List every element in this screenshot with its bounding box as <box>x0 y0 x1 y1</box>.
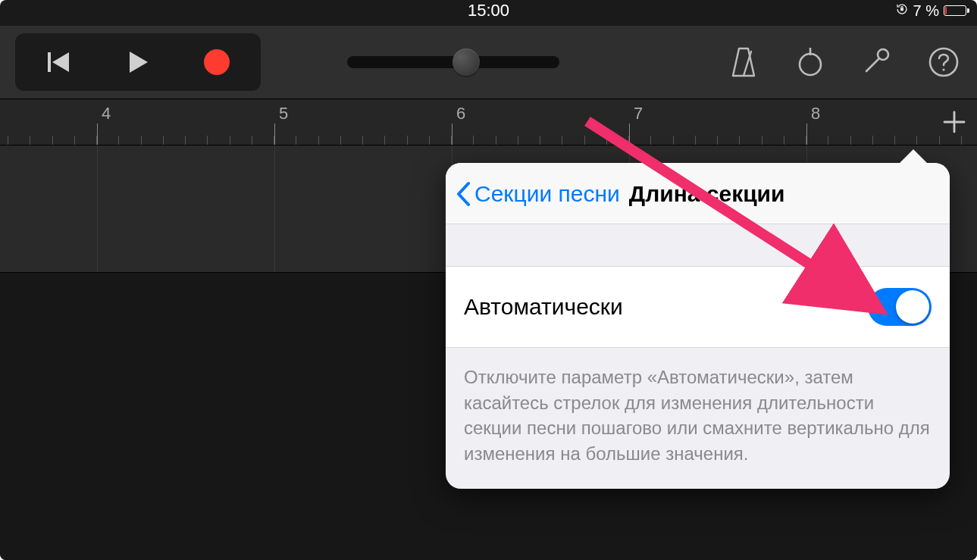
svg-marker-2 <box>52 52 69 72</box>
auto-toggle[interactable] <box>868 288 932 326</box>
add-section-button[interactable] <box>936 104 972 140</box>
loop-button[interactable] <box>792 44 828 80</box>
popover-hint: Отключите параметр «Автоматически», зате… <box>446 348 950 489</box>
rewind-button[interactable] <box>20 38 99 86</box>
settings-button[interactable] <box>859 44 895 80</box>
timeline-ruler[interactable]: 45678 <box>0 99 977 145</box>
toggle-knob <box>896 290 929 324</box>
toolbar <box>0 26 977 99</box>
auto-label: Автоматически <box>464 294 623 320</box>
app-window: 15:00 7 % <box>0 0 977 560</box>
back-button[interactable]: Секции песни <box>455 181 620 207</box>
record-icon <box>204 49 230 75</box>
svg-point-8 <box>930 48 957 76</box>
popover-title: Длина секции <box>629 181 785 207</box>
svg-point-9 <box>942 68 944 70</box>
scrub-slider[interactable] <box>347 56 559 68</box>
popover-header: Секции песни Длина секции <box>446 163 950 224</box>
record-button[interactable] <box>177 38 256 86</box>
battery-percentage: 7 % <box>913 2 939 20</box>
ruler-number: 7 <box>634 104 643 124</box>
svg-point-5 <box>800 54 821 75</box>
back-label: Секции песни <box>474 181 620 207</box>
ruler-number: 5 <box>279 104 288 124</box>
section-length-popover: Секции песни Длина секции Автоматически … <box>446 163 950 489</box>
metronome-button[interactable] <box>725 44 762 80</box>
status-time: 15:00 <box>329 1 647 20</box>
ruler-number: 8 <box>811 104 820 124</box>
svg-rect-1 <box>48 52 51 72</box>
auto-row: Автоматически <box>446 267 950 348</box>
svg-marker-3 <box>130 52 148 73</box>
orientation-lock-icon <box>895 2 909 20</box>
svg-line-4 <box>744 52 751 76</box>
scrub-knob[interactable] <box>452 48 480 76</box>
play-button[interactable] <box>99 38 177 86</box>
ruler-number: 6 <box>456 104 465 124</box>
svg-rect-0 <box>900 8 903 11</box>
ruler-number: 4 <box>102 104 111 124</box>
battery-icon <box>944 5 966 16</box>
transport-controls <box>15 33 261 91</box>
status-bar: 15:00 7 % <box>0 0 977 21</box>
help-button[interactable] <box>925 44 962 80</box>
